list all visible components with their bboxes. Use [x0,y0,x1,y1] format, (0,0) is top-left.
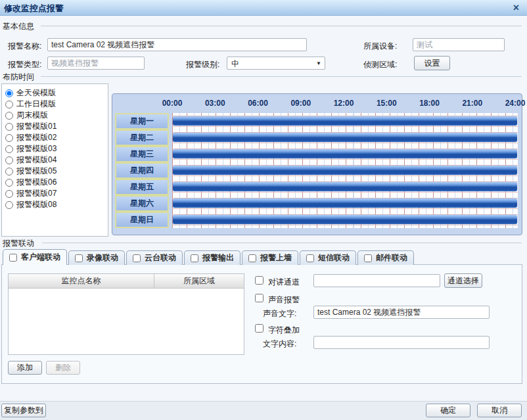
schedule-days: 星期一 星期二 星期三 星期四 星期五 星期六 [115,113,518,228]
radio-icon[interactable] [5,123,13,131]
add-button[interactable]: 添加 [8,361,42,375]
day-label: 星期四 [115,162,169,179]
radio-icon[interactable] [5,112,13,120]
tab-label: 短信联动 [318,252,350,264]
checkbox-icon[interactable] [191,254,198,262]
channel-select-button[interactable]: 通道选择 [444,273,482,288]
radio-icon[interactable] [5,179,13,187]
alarm-name-label: 报警名称: [8,41,41,52]
template-radio-04[interactable]: 报警模版04 [2,154,108,166]
linkage-section-line [42,243,522,243]
linkage-section-label: 报警联动 [3,238,34,249]
radio-icon[interactable] [5,156,13,164]
radio-icon[interactable] [5,168,13,175]
day-track[interactable] [172,113,518,129]
template-radio-allday[interactable]: 全天侯模版 [2,87,108,99]
table-header: 监控点名称 所属区域 [9,274,244,289]
armed-period-bar[interactable] [173,166,517,175]
alarm-name-input[interactable] [47,38,307,51]
copy-params-button[interactable]: 复制参数到 [1,404,46,417]
ok-button[interactable]: 确定 [426,404,470,417]
time-tick: 18:00 [419,99,440,108]
day-track[interactable] [172,146,518,162]
radio-icon[interactable] [5,190,13,198]
template-radio-05[interactable]: 报警模版05 [2,166,108,177]
template-radio-workday[interactable]: 工作日模版 [2,99,108,110]
day-track[interactable] [172,179,518,195]
monitor-point-table[interactable]: 监控点名称 所属区域 [8,273,244,355]
armed-period-bar[interactable] [173,198,517,208]
talk-channel-input[interactable] [313,274,440,287]
schedule-row-friday: 星期五 [115,179,518,195]
tab-sms-linkage[interactable]: 短信联动 [300,250,356,265]
schedule-grid[interactable]: 00:00 03:00 06:00 09:00 12:00 15:00 18:0… [112,93,522,235]
tab-ptz-linkage[interactable]: 云台联动 [126,250,183,265]
radio-icon[interactable] [5,134,13,142]
template-radio-02[interactable]: 报警模版02 [2,132,108,143]
text-content-input[interactable] [313,336,490,349]
detect-area-set-button[interactable]: 设置 [414,56,450,70]
template-radio-08[interactable]: 报警模版08 [2,199,108,210]
template-label: 报警模版02 [16,132,57,143]
dialog-title: 修改监控点报警 [4,3,64,14]
tab-record-linkage[interactable]: 录像联动 [68,250,125,265]
day-track[interactable] [172,129,518,146]
template-radio-weekend[interactable]: 周末模版 [2,110,108,121]
day-track[interactable] [172,162,518,179]
sound-text-input[interactable] [313,306,490,319]
checkbox-icon[interactable] [133,254,141,262]
day-track[interactable] [172,195,518,212]
armed-period-bar[interactable] [173,133,517,142]
checkbox-icon[interactable] [306,254,314,262]
time-tick: 06:00 [248,99,268,108]
tab-alarm-to-wall[interactable]: 报警上墙 [242,250,298,265]
template-label: 报警模版04 [16,154,57,166]
time-tick: 00:00 [162,99,183,108]
template-label: 报警模版05 [16,166,57,177]
title-bar: 修改监控点报警 × [0,0,527,16]
tab-alarm-output[interactable]: 报警输出 [184,250,241,265]
checkbox-icon[interactable] [364,254,372,262]
tab-client-linkage[interactable]: 客户端联动 [3,249,67,265]
close-icon[interactable]: × [513,1,519,14]
armed-period-bar[interactable] [173,182,517,191]
alarm-level-select[interactable]: 中 ▼ [227,57,325,70]
radio-icon[interactable] [5,201,13,209]
chevron-down-icon: ▼ [316,60,321,66]
armed-period-bar[interactable] [173,116,517,126]
checkbox-icon[interactable] [248,254,256,262]
char-overlay-label: 字符叠加 [268,325,300,336]
tab-email-linkage[interactable]: 邮件联动 [357,250,414,265]
checkbox-icon[interactable] [75,254,83,262]
time-tick: 24:00 [505,99,526,108]
template-label: 报警模版07 [16,188,57,199]
checkbox-icon[interactable] [9,254,17,262]
radio-icon[interactable] [5,89,13,97]
armed-period-bar[interactable] [173,215,517,224]
sound-alarm-checkbox[interactable] [255,294,264,302]
text-content-label: 文字内容: [263,338,296,350]
schedule-row-tuesday: 星期二 [115,129,518,146]
sound-text-label: 声音文字: [263,308,296,319]
armed-period-bar[interactable] [173,149,517,158]
template-radio-03[interactable]: 报警模版03 [2,143,108,154]
talk-channel-checkbox[interactable] [255,276,264,285]
radio-icon[interactable] [5,145,13,153]
schedule-row-thursday: 星期四 [115,162,518,179]
basic-info-section-label: 基本信息 [3,21,34,32]
arming-time-section-line [41,76,522,77]
time-tick: 15:00 [377,99,397,108]
template-label: 报警模版08 [16,199,57,210]
template-radio-07[interactable]: 报警模版07 [2,188,108,199]
tab-label: 客户端联动 [21,252,60,263]
talk-channel-label: 对讲通道 [268,277,300,288]
template-radio-06[interactable]: 报警模版06 [2,177,108,188]
time-tick: 09:00 [290,99,311,108]
char-overlay-checkbox[interactable] [255,324,264,333]
tab-label: 云台联动 [145,252,176,264]
day-label: 星期五 [115,179,169,195]
radio-icon[interactable] [5,101,13,108]
template-radio-01[interactable]: 报警模版01 [2,121,108,132]
day-track[interactable] [172,212,518,228]
cancel-button[interactable]: 取消 [477,404,522,417]
